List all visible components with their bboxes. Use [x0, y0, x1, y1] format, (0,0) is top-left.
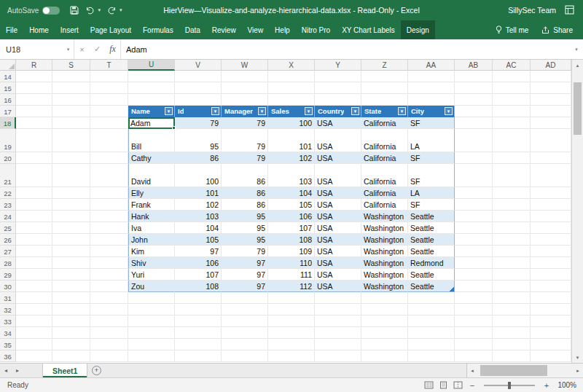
cell-S28[interactable] [52, 257, 90, 269]
cell-X34[interactable] [268, 327, 315, 339]
cell-Z21[interactable]: California [361, 164, 408, 187]
cell-AD24[interactable] [531, 211, 571, 222]
cell-AD35[interactable] [531, 339, 571, 350]
cell-R20[interactable] [16, 152, 52, 164]
vertical-scroll-thumb[interactable] [574, 82, 582, 135]
ribbon-tab-design[interactable]: Design [401, 20, 435, 39]
cell-Z14[interactable] [361, 71, 408, 82]
cell-AD20[interactable] [531, 152, 571, 164]
cell-S20[interactable] [52, 152, 90, 164]
cell-AC27[interactable] [493, 246, 531, 257]
cell-T27[interactable] [90, 246, 128, 257]
cell-X30[interactable]: 112 [268, 281, 315, 292]
cell-R35[interactable] [16, 339, 52, 350]
cell-V17[interactable]: Id▼ [175, 106, 222, 117]
cell-V14[interactable] [175, 71, 222, 82]
ribbon-display-options-icon[interactable] [565, 5, 574, 16]
cell-AB28[interactable] [455, 257, 493, 269]
cell-W24[interactable]: 95 [222, 211, 268, 222]
cell-Y32[interactable] [315, 304, 361, 315]
cell-V25[interactable]: 104 [175, 222, 222, 234]
cell-AA19[interactable]: LA [408, 129, 455, 152]
cell-W32[interactable] [222, 304, 268, 315]
row-header-36[interactable]: 36 [0, 350, 16, 362]
filter-button-manager[interactable]: ▼ [258, 107, 266, 115]
cell-S32[interactable] [52, 304, 90, 315]
redo-button[interactable] [107, 7, 117, 15]
cell-V31[interactable] [175, 292, 222, 304]
cell-U33[interactable] [128, 315, 175, 327]
cell-AD18[interactable] [531, 117, 571, 129]
cell-AB31[interactable] [455, 292, 493, 304]
filter-button-name[interactable]: ▼ [165, 107, 173, 115]
cell-AA17[interactable]: City▼ [408, 106, 455, 117]
cell-Z19[interactable]: California [361, 129, 408, 152]
cell-X32[interactable] [268, 304, 315, 315]
cell-Z18[interactable]: California [361, 117, 408, 129]
cell-S21[interactable] [52, 164, 90, 187]
cell-X21[interactable]: 103 [268, 164, 315, 187]
cell-W36[interactable] [222, 350, 268, 362]
cell-R32[interactable] [16, 304, 52, 315]
cell-Y20[interactable]: USA [315, 152, 361, 164]
row-header-29[interactable]: 29 [0, 269, 16, 281]
cell-T20[interactable] [90, 152, 128, 164]
cell-AD16[interactable] [531, 94, 571, 106]
cell-Y25[interactable]: USA [315, 222, 361, 234]
cell-Z28[interactable]: Washington [361, 257, 408, 269]
cell-AA20[interactable]: SF [408, 152, 455, 164]
cell-Y33[interactable] [315, 315, 361, 327]
ribbon-tab-data[interactable]: Data [179, 20, 206, 39]
row-header-18[interactable]: 18 [0, 117, 16, 129]
row-header-27[interactable]: 27 [0, 246, 16, 257]
cell-R28[interactable] [16, 257, 52, 269]
cell-U21[interactable]: David [128, 164, 175, 187]
qat-customize-dropdown-icon[interactable]: ▾ [120, 7, 122, 13]
cell-T16[interactable] [90, 94, 128, 106]
ribbon-tab-review[interactable]: Review [206, 20, 242, 39]
cell-AC23[interactable] [493, 199, 531, 211]
cell-AB20[interactable] [455, 152, 493, 164]
row-header-14[interactable]: 14 [0, 71, 16, 82]
view-page-break-button[interactable] [453, 381, 463, 389]
cell-X29[interactable]: 111 [268, 269, 315, 281]
cell-V28[interactable]: 106 [175, 257, 222, 269]
column-header-AD[interactable]: AD [531, 60, 571, 71]
cell-R15[interactable] [16, 82, 52, 94]
cell-AC21[interactable] [493, 164, 531, 187]
cell-AD28[interactable] [531, 257, 571, 269]
cell-V20[interactable]: 86 [175, 152, 222, 164]
row-header-24[interactable]: 24 [0, 211, 16, 222]
cell-Y17[interactable]: Country▼ [315, 106, 361, 117]
zoom-out-button[interactable]: − [468, 381, 477, 390]
cell-Y35[interactable] [315, 339, 361, 350]
cell-AA26[interactable]: Seattle [408, 234, 455, 246]
cell-AA24[interactable]: Seattle [408, 211, 455, 222]
cell-W25[interactable]: 95 [222, 222, 268, 234]
tell-me-button[interactable]: Tell me [496, 26, 529, 34]
cell-AC17[interactable] [493, 106, 531, 117]
cell-U18[interactable]: Adam [128, 117, 175, 129]
scroll-up-icon[interactable]: ▲ [572, 60, 583, 71]
autosave-switch[interactable] [42, 7, 60, 15]
column-header-V[interactable]: V [175, 60, 222, 71]
cell-S17[interactable] [52, 106, 90, 117]
cell-U36[interactable] [128, 350, 175, 362]
cell-R23[interactable] [16, 199, 52, 211]
cell-Y19[interactable]: USA [315, 129, 361, 152]
cell-U26[interactable]: John [128, 234, 175, 246]
row-header-22[interactable]: 22 [0, 187, 16, 199]
cell-T19[interactable] [90, 129, 128, 152]
sheet-tab-sheet1[interactable]: Sheet1 [42, 364, 87, 377]
cell-AC25[interactable] [493, 222, 531, 234]
horizontal-scroll-track[interactable] [477, 364, 573, 377]
cell-W21[interactable]: 86 [222, 164, 268, 187]
row-header-28[interactable]: 28 [0, 257, 16, 269]
ribbon-tab-page-layout[interactable]: Page Layout [85, 20, 137, 39]
cell-U30[interactable]: Zou [128, 281, 175, 292]
cell-AD14[interactable] [531, 71, 571, 82]
cell-T15[interactable] [90, 82, 128, 94]
cell-AB29[interactable] [455, 269, 493, 281]
cell-V33[interactable] [175, 315, 222, 327]
ribbon-tab-help[interactable]: Help [269, 20, 296, 39]
